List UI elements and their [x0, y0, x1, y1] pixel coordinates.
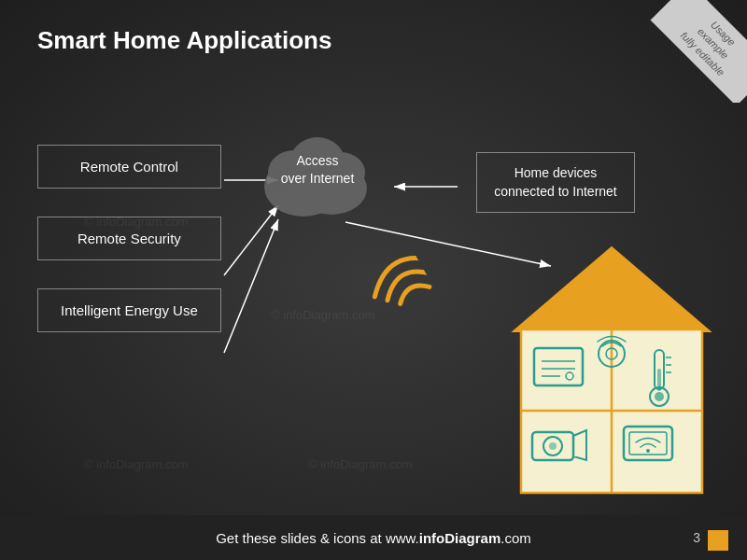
app-box-remote-control: Remote Control	[37, 145, 221, 189]
footer-page-number: 3	[693, 530, 700, 545]
app-box-label: Intelligent Energy Use	[61, 302, 198, 318]
watermark-2: © infoDiagram.com	[271, 308, 374, 322]
right-box-home-devices: Home devices connected to Internet	[476, 152, 635, 213]
watermark-3: © infoDiagram.com	[84, 457, 188, 471]
cloud-text: Access over Internet	[281, 152, 355, 189]
app-box-remote-security: Remote Security	[37, 217, 221, 260]
ribbon-text: Usage example fully editable	[650, 0, 747, 103]
footer: Get these slides & icons at www.infoDiag…	[0, 515, 747, 560]
footer-brand-icon	[708, 530, 728, 551]
house-illustration	[504, 238, 719, 512]
cloud-container: Access over Internet	[252, 121, 383, 219]
footer-text: Get these slides & icons at www.infoDiag…	[216, 530, 531, 546]
svg-point-32	[655, 392, 664, 401]
svg-point-23	[646, 449, 650, 453]
svg-point-19	[549, 442, 557, 450]
corner-ribbon: Usage example fully editable	[644, 0, 747, 103]
app-box-label: Remote Security	[78, 231, 181, 246]
right-box-label: Home devices connected to Internet	[494, 165, 617, 199]
app-box-label: Remote Control	[80, 159, 178, 175]
svg-marker-11	[514, 247, 710, 331]
app-boxes-list: Remote Control Remote Security Intellige…	[37, 145, 221, 332]
svg-rect-31	[657, 369, 661, 391]
app-box-energy: Intelligent Energy Use	[37, 288, 221, 332]
page-title: Smart Home Applications	[37, 26, 331, 55]
house-svg	[504, 238, 719, 509]
watermark-4: © infoDiagram.com	[308, 457, 412, 471]
